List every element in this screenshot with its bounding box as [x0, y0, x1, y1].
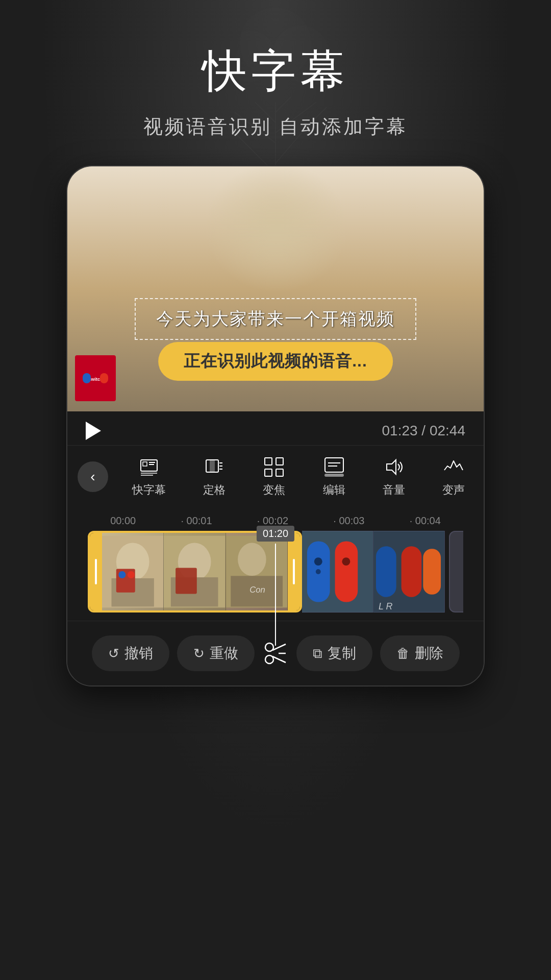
undo-label: 撤销	[124, 644, 153, 663]
clip-frame-2	[164, 533, 226, 610]
svg-rect-58	[376, 546, 396, 597]
playhead-line	[275, 544, 276, 646]
toolbar-label-biasheng: 变声	[442, 482, 465, 498]
svg-point-55	[316, 569, 321, 574]
toolbar-label-yinliang: 音量	[383, 482, 405, 498]
toolbar-item-biasheng[interactable]: 变声	[442, 456, 465, 498]
ruler-mark-2: · 00:02	[257, 515, 288, 527]
svg-point-54	[314, 557, 322, 566]
freeze-icon	[203, 456, 226, 478]
delete-icon: 🗑	[396, 646, 410, 662]
svg-rect-20	[149, 464, 154, 465]
next-clip-frame-2: L R	[373, 531, 445, 612]
redo-icon: ↻	[193, 646, 205, 662]
svg-rect-30	[265, 469, 272, 476]
toolbar-items: 快字幕 定格	[113, 456, 484, 498]
toolbar-item-kuzimu[interactable]: 快字幕	[132, 456, 166, 498]
copy-label: 复制	[328, 644, 356, 663]
clip-handle-left[interactable]	[90, 533, 102, 610]
redo-button[interactable]: ↻ 重做	[177, 635, 255, 671]
delete-button[interactable]: 🗑 删除	[380, 635, 460, 671]
toolbar-item-dinge[interactable]: 定格	[203, 456, 226, 498]
svg-marker-36	[387, 460, 396, 474]
svg-rect-42	[128, 571, 135, 578]
subtitle-text: 今天为大家带来一个开箱视频	[156, 309, 395, 328]
edit-icon	[323, 456, 345, 478]
svg-rect-59	[402, 546, 422, 597]
svg-rect-33	[325, 474, 343, 476]
toolbar-label-kuzimu: 快字幕	[132, 482, 166, 498]
toolbar-item-yinliang[interactable]: 音量	[383, 456, 405, 498]
svg-rect-24	[210, 460, 214, 472]
video-frame: Switch 今天为大家带来一个开箱视频 正在识别此视频的语音...	[67, 166, 484, 411]
header: 快字幕 视频语音识别 自动添加字幕	[0, 0, 551, 140]
toolbar: ‹ 快字幕	[67, 445, 484, 510]
svg-line-65	[272, 656, 286, 663]
timeline-area: 00:00 · 00:01 · 00:02 · 00:03 · 00:04 01…	[67, 510, 484, 612]
add-clip-button[interactable]: +	[449, 531, 463, 612]
svg-rect-41	[118, 571, 126, 578]
svg-rect-53	[335, 541, 358, 602]
product-box: Switch	[75, 355, 116, 401]
svg-rect-18	[143, 462, 147, 466]
phone-mockup: Switch 今天为大家带来一个开箱视频 正在识别此视频的语音...	[66, 165, 485, 687]
ruler-mark-1: · 00:01	[181, 515, 212, 527]
toolbar-label-dinge: 定格	[203, 482, 226, 498]
svg-point-56	[342, 557, 350, 566]
svg-rect-46	[176, 568, 197, 594]
handle-bar-left	[95, 559, 97, 584]
ruler-mark-0: 00:00	[110, 515, 136, 527]
time-display: 01:23 / 02:44	[382, 423, 465, 439]
svg-rect-19	[149, 462, 155, 463]
next-clip-frame-1	[302, 531, 373, 612]
playhead: 01:20	[257, 526, 294, 646]
svg-rect-31	[276, 469, 283, 476]
page-subtitle: 视频语音识别 自动添加字幕	[0, 114, 551, 140]
svg-rect-29	[276, 458, 283, 465]
copy-icon: ⧉	[313, 646, 322, 662]
playhead-time: 01:20	[257, 526, 294, 542]
voice-icon	[442, 456, 465, 478]
page-title: 快字幕	[0, 41, 551, 102]
ruler-mark-4: · 00:04	[410, 515, 441, 527]
next-clips: L R	[302, 531, 445, 612]
volume-icon	[383, 456, 405, 478]
toolbar-item-bianji[interactable]: 编辑	[323, 456, 345, 498]
toolbar-label-bianjiao: 变焦	[263, 482, 285, 498]
undo-icon: ↺	[108, 646, 119, 662]
video-preview-area: Switch 今天为大家带来一个开箱视频 正在识别此视频的语音...	[67, 166, 484, 411]
zoom-icon	[263, 456, 285, 478]
subtitle-icon	[138, 456, 160, 478]
timeline-track[interactable]: 01:20	[67, 531, 484, 612]
back-icon: ‹	[90, 470, 95, 484]
delete-label: 删除	[415, 644, 443, 663]
controls-bar: 01:23 / 02:44	[67, 411, 484, 445]
toolbar-item-bianjiao[interactable]: 变焦	[263, 456, 285, 498]
subtitle-box: 今天为大家带来一个开箱视频	[135, 298, 416, 340]
play-button[interactable]	[86, 422, 101, 440]
processing-text: 正在识别此视频的语音...	[184, 352, 367, 370]
back-button[interactable]: ‹	[78, 461, 108, 492]
clip-frame-1	[102, 533, 164, 610]
toolbar-label-bianji: 编辑	[323, 482, 345, 498]
svg-point-63	[265, 655, 273, 664]
processing-badge: 正在识别此视频的语音...	[158, 342, 393, 381]
svg-rect-16	[100, 373, 108, 383]
copy-button[interactable]: ⧉ 复制	[296, 635, 372, 671]
undo-button[interactable]: ↺ 撤销	[92, 635, 169, 671]
svg-rect-32	[325, 458, 343, 472]
timeline-ruler: 00:00 · 00:01 · 00:02 · 00:03 · 00:04	[67, 515, 484, 527]
svg-rect-15	[83, 373, 91, 383]
svg-rect-60	[423, 549, 441, 594]
svg-text:L R: L R	[379, 601, 393, 611]
play-icon	[86, 422, 101, 440]
redo-label: 重做	[210, 644, 238, 663]
svg-rect-28	[265, 458, 272, 465]
ruler-mark-3: · 00:03	[333, 515, 364, 527]
